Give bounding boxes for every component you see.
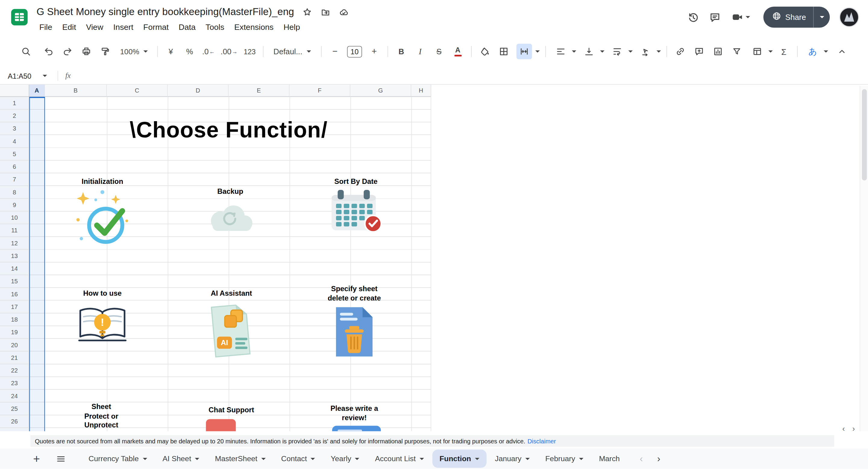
meet-video-button[interactable] [726,6,755,28]
ai-assistant-document-icon[interactable]: AI [208,300,255,363]
star-icon[interactable] [302,7,312,17]
insert-link-button[interactable] [673,44,688,59]
text-wrap-button[interactable] [610,44,625,59]
bold-button[interactable]: B [394,44,409,59]
all-sheets-button[interactable] [53,451,68,466]
function-specify-sheet[interactable]: Specify sheet delete or create [321,285,387,361]
menu-data[interactable]: Data [174,21,200,33]
text-color-button[interactable]: A [450,44,465,59]
text-wrap-control[interactable] [608,44,633,59]
how-to-use-book-icon[interactable]: ! [76,305,129,347]
zoom-select[interactable]: 100% [116,44,152,59]
undo-button[interactable] [41,44,56,59]
data-table-button[interactable] [749,44,765,59]
increase-decimal-button[interactable]: .00→ [219,44,239,59]
input-tools-control[interactable]: あ [803,44,828,59]
sheets-logo-icon[interactable] [11,9,28,25]
format-percent-button[interactable]: % [182,44,197,59]
sheet-tab-february[interactable]: February [538,450,591,468]
initialization-icon[interactable] [73,187,131,247]
share-button[interactable]: Share [763,7,830,28]
create-filter-button[interactable] [729,44,744,59]
cloud-saved-icon[interactable] [339,7,349,17]
avatar[interactable] [839,7,859,27]
spreadsheet-grid[interactable]: ABCDEFGH 1234567891011121314151617181920… [0,85,431,431]
format-currency-button[interactable]: ¥ [163,44,179,59]
tabs-scroll-left-icon[interactable]: ‹ [640,453,643,465]
text-rotation-button[interactable] [638,44,653,59]
font-select[interactable]: Defaul... [269,44,315,59]
sheet-tab-account-list[interactable]: Account List [368,450,431,468]
increase-font-size-button[interactable]: + [367,44,382,59]
sheet-tab-mastersheet[interactable]: MasterSheet [208,450,273,468]
vertical-scrollbar-thumb[interactable] [862,89,867,181]
menu-help[interactable]: Help [278,21,305,33]
insert-chart-button[interactable] [710,44,725,59]
menu-view[interactable]: View [81,21,108,33]
decrease-font-size-button[interactable]: − [327,44,342,59]
function-chat-support[interactable]: Chat Support [198,406,265,431]
scroll-right-icon[interactable]: › [849,424,858,433]
version-history-icon[interactable] [682,6,704,28]
sheet-tab-yearly[interactable]: Yearly [323,450,367,468]
insert-comment-button[interactable] [691,44,707,59]
hide-toolbar-button[interactable] [837,36,847,68]
horizontal-align-button[interactable] [553,44,568,59]
vertical-align-control[interactable] [580,44,604,59]
function-how-to-use[interactable]: How to use ! [69,289,135,347]
merge-cells-control[interactable] [515,44,540,59]
menu-tools[interactable]: Tools [201,21,229,33]
scroll-left-icon[interactable]: ‹ [839,424,848,433]
functions-button[interactable]: Σ [776,44,792,59]
sheet-tab-currency-table[interactable]: Currency Table [82,450,154,468]
menu-file[interactable]: File [34,21,57,33]
review-icon[interactable] [332,426,381,431]
input-tools-button[interactable]: あ [805,44,820,59]
add-sheet-button[interactable]: + [29,451,44,466]
tabs-scroll-right-icon[interactable]: › [657,453,660,465]
search-menus-button[interactable] [19,44,34,59]
horizontal-align-control[interactable] [551,44,576,59]
function-write-review[interactable]: Please write a review! [321,404,387,431]
function-protect-sheet[interactable]: Sheet Protect or Unprotect [68,402,134,431]
sheet-tab-contact[interactable]: Contact [274,450,322,468]
disclaimer-link[interactable]: Disclaimer [527,438,556,444]
share-main[interactable]: Share [763,7,813,28]
sheet-tab-january[interactable]: January [488,450,537,468]
function-ai-assistant[interactable]: AI Assistant AI [198,289,265,363]
italic-button[interactable]: I [412,44,428,59]
strikethrough-button[interactable]: S [431,44,447,59]
move-folder-icon[interactable] [321,7,331,17]
menu-insert[interactable]: Insert [108,21,138,33]
menu-edit[interactable]: Edit [57,21,81,33]
vertical-align-button[interactable] [581,44,597,59]
redo-button[interactable] [60,44,75,59]
text-rotation-control[interactable] [636,44,661,59]
merge-cells-button[interactable] [517,44,532,59]
sheet-tab-function[interactable]: Function [432,450,487,468]
backup-cloud-icon[interactable] [204,201,257,237]
sheet-tab-ai-sheet[interactable]: AI Sheet [155,450,207,468]
function-backup[interactable]: Backup [197,187,264,237]
share-dropdown[interactable] [813,7,830,28]
delete-or-create-sheet-icon[interactable] [333,305,376,361]
number-format-button[interactable]: 123 [242,44,257,59]
menu-extensions[interactable]: Extensions [229,21,278,33]
menu-format[interactable]: Format [138,21,174,33]
function-initialization[interactable]: Initialization [69,177,135,247]
function-sort-by-date[interactable]: Sort By Date [323,177,389,236]
vertical-scrollbar[interactable] [860,86,868,431]
print-button[interactable] [79,44,94,59]
comments-icon[interactable] [704,6,726,28]
sheet-tab-march[interactable]: March [592,450,627,468]
sort-by-date-calendar-icon[interactable] [330,189,382,236]
paint-format-button[interactable] [97,44,113,59]
data-table-control[interactable] [748,44,773,59]
name-box[interactable]: A1:A50 [0,72,58,80]
fill-color-button[interactable] [477,44,493,59]
borders-button[interactable] [496,44,512,59]
document-title[interactable]: G Sheet Money single entry bookkeeping(M… [36,6,294,18]
decrease-decimal-button[interactable]: .0← [201,44,216,59]
font-size-input[interactable]: 10 [347,46,362,58]
chat-support-icon[interactable] [206,419,236,431]
